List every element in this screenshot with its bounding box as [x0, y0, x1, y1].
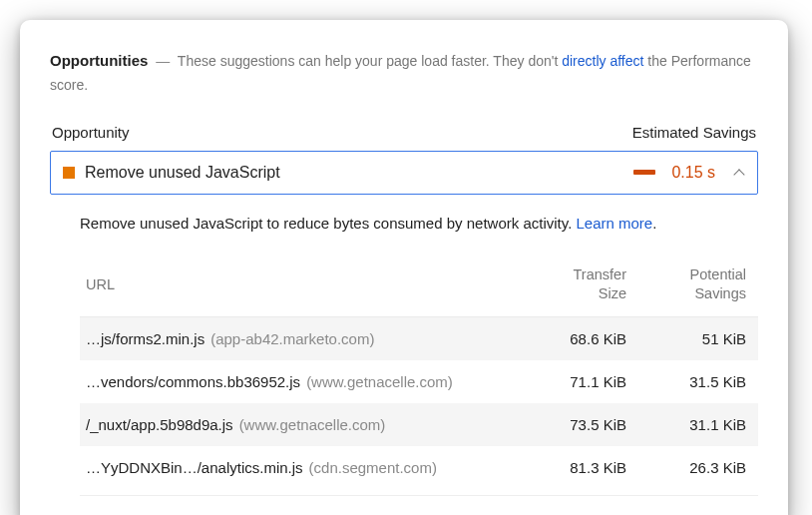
row-url: …vendors/commons.bb36952.js(www.getnacel… — [86, 373, 507, 390]
table-row: /_nuxt/app.5b98d9a.js(www.getnacelle.com… — [80, 403, 758, 446]
row-transfer-size: 81.3 KiB — [507, 459, 626, 476]
table-row: …vendors/commons.bb36952.js(www.getnacel… — [80, 360, 758, 403]
row-url: …YyDDNXBin…/analytics.min.js(cdn.segment… — [86, 459, 507, 476]
row-transfer-size: 73.5 KiB — [507, 416, 626, 433]
row-potential-savings: 31.5 KiB — [626, 373, 746, 390]
row-host: (www.getnacelle.com) — [239, 416, 386, 433]
col-opportunity: Opportunity — [52, 124, 130, 141]
opportunity-title: Remove unused JavaScript — [85, 164, 623, 182]
th-url: URL — [86, 276, 507, 292]
row-url: …js/forms2.min.js(app-ab42.marketo.com) — [86, 330, 507, 347]
resources-table: URL Transfer Size Potential Savings …js/… — [80, 256, 758, 496]
row-url: /_nuxt/app.5b98d9a.js(www.getnacelle.com… — [86, 416, 507, 433]
opportunity-description: Remove unused JavaScript to reduce bytes… — [80, 215, 758, 232]
row-potential-savings: 51 KiB — [626, 330, 746, 347]
row-path: …YyDDNXBin…/analytics.min.js — [86, 459, 303, 476]
opportunities-title: Opportunities — [50, 52, 148, 69]
directly-affect-link[interactable]: directly affect — [562, 53, 643, 69]
row-path: /_nuxt/app.5b98d9a.js — [86, 416, 233, 433]
opportunity-accordion[interactable]: Remove unused JavaScript 0.15 s — [50, 151, 758, 195]
row-transfer-size: 71.1 KiB — [507, 373, 626, 390]
opportunities-header: Opportunities — These suggestions can he… — [50, 48, 758, 98]
row-path: …vendors/commons.bb36952.js — [86, 373, 300, 390]
th-potential-savings: Potential Savings — [626, 265, 746, 304]
chevron-up-icon — [733, 167, 745, 179]
table-row: …YyDDNXBin…/analytics.min.js(cdn.segment… — [80, 446, 758, 489]
row-host: (app-ab42.marketo.com) — [210, 330, 374, 347]
row-transfer-size: 68.6 KiB — [507, 330, 626, 347]
row-potential-savings: 26.3 KiB — [626, 459, 746, 476]
opportunities-desc-a: These suggestions can help your page loa… — [178, 53, 558, 69]
table-header: URL Transfer Size Potential Savings — [80, 256, 758, 317]
savings-bar-icon — [633, 170, 655, 175]
dash: — — [156, 53, 170, 69]
row-path: …js/forms2.min.js — [86, 330, 204, 347]
col-estimated-savings: Estimated Savings — [632, 124, 756, 141]
opportunity-savings: 0.15 s — [671, 164, 715, 182]
period: . — [652, 215, 656, 232]
th-transfer-size: Transfer Size — [507, 265, 626, 304]
row-host: (www.getnacelle.com) — [306, 373, 453, 390]
table-row: …js/forms2.min.js(app-ab42.marketo.com)6… — [80, 317, 758, 360]
opportunities-card: Opportunities — These suggestions can he… — [20, 20, 788, 515]
row-potential-savings: 31.1 KiB — [626, 416, 746, 433]
learn-more-link[interactable]: Learn more — [576, 215, 652, 232]
description-text: Remove unused JavaScript to reduce bytes… — [80, 215, 572, 232]
square-warning-icon — [63, 167, 75, 179]
row-host: (cdn.segment.com) — [309, 459, 437, 476]
column-headers: Opportunity Estimated Savings — [50, 116, 758, 151]
table-divider — [80, 495, 758, 496]
